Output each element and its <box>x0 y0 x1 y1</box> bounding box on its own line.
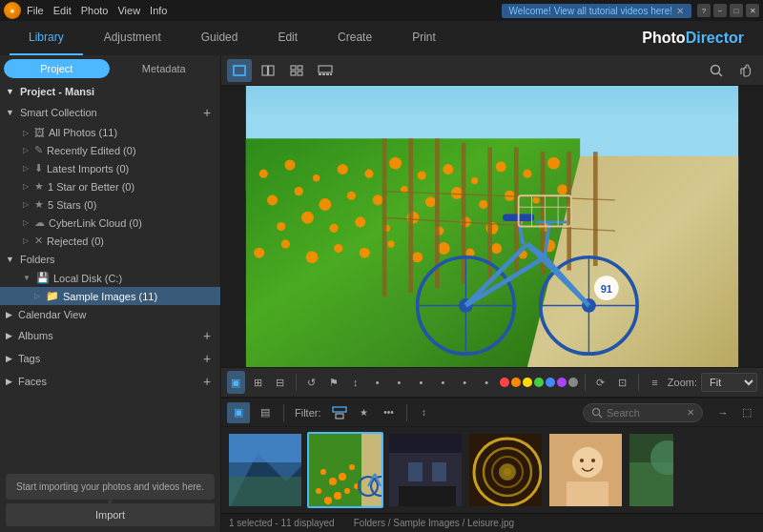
folders-header[interactable]: ▼ Folders <box>0 250 220 269</box>
sample-images-label: Sample Images (11) <box>63 291 157 302</box>
dot-btn5[interactable]: • <box>456 371 474 394</box>
tags-chevron: ▶ <box>6 354 12 363</box>
color-purple[interactable] <box>557 378 567 387</box>
hand-icon <box>739 64 752 77</box>
color-blue[interactable] <box>546 378 555 387</box>
view-mode-single[interactable]: ▣ <box>227 371 245 394</box>
faces-header[interactable]: ▶ Faces + <box>0 370 220 393</box>
color-orange[interactable] <box>511 378 521 387</box>
folder-local-disk[interactable]: ▼ 💾 Local Disk (C:) <box>0 269 220 287</box>
thumbnails-strip[interactable] <box>221 427 763 513</box>
view-compare-btn[interactable] <box>256 59 280 82</box>
dot-btn[interactable]: • <box>368 371 386 394</box>
color-red[interactable] <box>500 378 509 387</box>
faces-add-button[interactable]: + <box>199 374 215 389</box>
zoom-select[interactable]: Fit 25% 50% 100% 200% <box>701 373 757 392</box>
folder-sample-images[interactable]: ▷ 📁 Sample Images (11) <box>0 287 220 305</box>
svg-point-25 <box>418 171 426 179</box>
filmstrip-search-input[interactable] <box>607 407 683 419</box>
collection-latest-imports[interactable]: ▷ ⬇ Latest Imports (0) <box>0 159 220 177</box>
menu-file[interactable]: File <box>27 5 44 16</box>
calendar-view-header[interactable]: ▶ Calendar View <box>0 305 220 324</box>
filter-star-btn[interactable]: ★ <box>354 403 375 422</box>
filmstrip-view-list[interactable]: ▤ <box>254 402 277 423</box>
flag-button[interactable]: ⚑ <box>324 371 342 394</box>
thumbnail-1[interactable] <box>227 432 303 508</box>
color-gray[interactable] <box>568 378 578 387</box>
notification-bar[interactable]: Welcome! View all tutorial videos here! … <box>502 4 691 18</box>
svg-point-63 <box>491 243 502 254</box>
search-box[interactable]: ✕ <box>583 403 703 422</box>
view-filmstrip-btn[interactable] <box>313 59 338 82</box>
search-button[interactable] <box>704 59 729 82</box>
tags-add-button[interactable]: + <box>199 351 215 366</box>
tags-header[interactable]: ▶ Tags + <box>0 347 220 370</box>
smart-collection-label: Smart Collection <box>20 107 97 118</box>
collection-1star[interactable]: ▷ ★ 1 Star or Better (0) <box>0 177 220 195</box>
albums-add-button[interactable]: + <box>199 328 215 343</box>
menu-info[interactable]: Info <box>150 5 167 16</box>
hand-tool-button[interactable] <box>732 59 757 82</box>
thumbnail-2[interactable] <box>307 432 383 508</box>
collection-rejected[interactable]: ▷ ✕ Rejected (0) <box>0 232 220 250</box>
menu-edit[interactable]: Edit <box>53 5 72 16</box>
thumbnail-5[interactable] <box>547 432 624 508</box>
window-controls: ? − □ ✕ <box>697 4 759 17</box>
svg-point-20 <box>284 159 295 170</box>
filmstrip-view-filmstrip[interactable]: ▣ <box>227 402 250 423</box>
view-mode-grid[interactable]: ⊟ <box>271 371 289 394</box>
view-single-btn[interactable] <box>227 59 252 82</box>
thumbnail-4[interactable] <box>467 432 544 508</box>
tab-edit[interactable]: Edit <box>258 21 317 55</box>
collection-cyberlink-cloud[interactable]: ▷ ☁ CyberLink Cloud (0) <box>0 214 220 232</box>
thumbnail-6[interactable] <box>628 432 675 508</box>
sort-button[interactable]: ↕ <box>346 371 364 394</box>
maximize-button[interactable]: □ <box>730 4 743 17</box>
filter-all-btn[interactable] <box>329 403 350 422</box>
sync-button[interactable]: ⟳ <box>591 371 609 394</box>
menu-view[interactable]: View <box>117 5 140 16</box>
color-yellow[interactable] <box>523 378 532 387</box>
filter-more-btn[interactable]: ••• <box>379 403 400 422</box>
color-green[interactable] <box>534 378 544 387</box>
folders-chevron: ▼ <box>6 255 14 264</box>
close-button[interactable]: ✕ <box>746 4 759 17</box>
dot-btn6[interactable]: • <box>478 371 496 394</box>
collection-all-photos[interactable]: ▷ 🖼 All Photos (11) <box>0 124 220 141</box>
tab-create[interactable]: Create <box>319 21 391 55</box>
view-mode-compare[interactable]: ⊞ <box>249 371 267 394</box>
tab-library[interactable]: Library <box>10 21 83 55</box>
search-clear-button[interactable]: ✕ <box>687 407 694 418</box>
export-button[interactable]: → <box>712 403 733 422</box>
dot-btn4[interactable]: • <box>434 371 452 394</box>
image-view[interactable]: 91 <box>221 86 763 367</box>
copy-button[interactable]: ⊡ <box>613 371 631 394</box>
share-button[interactable]: ⬚ <box>736 403 757 422</box>
minimize-button[interactable]: − <box>713 4 727 17</box>
rotate-left-button[interactable]: ↺ <box>302 371 320 394</box>
dot-btn3[interactable]: • <box>412 371 430 394</box>
filmstrip-toolbar: ▣ ▤ Filter: ★ ••• ↕ <box>221 399 763 427</box>
thumbnail-3[interactable] <box>387 432 464 508</box>
title-bar-right: Welcome! View all tutorial videos here! … <box>502 4 759 18</box>
sort-order-btn[interactable]: ↕ <box>414 403 435 422</box>
tab-guided[interactable]: Guided <box>182 21 258 55</box>
mode-bar: Library Adjustment Guided Edit Create Pr… <box>0 21 763 55</box>
menu-photo[interactable]: Photo <box>81 5 109 16</box>
tab-project[interactable]: Project <box>4 59 110 78</box>
view-grid-btn[interactable] <box>284 59 309 82</box>
sidebar-scroll[interactable]: ▼ Project - Mansi ▼ Smart Collection + ▷… <box>0 82 220 468</box>
collection-5stars[interactable]: ▷ ★ 5 Stars (0) <box>0 195 220 214</box>
notification-close[interactable]: ✕ <box>676 6 684 16</box>
tab-metadata[interactable]: Metadata <box>112 59 217 78</box>
tab-adjustment[interactable]: Adjustment <box>85 21 180 55</box>
project-header[interactable]: ▼ Project - Mansi <box>0 82 220 101</box>
smart-collection-add-button[interactable]: + <box>199 105 215 120</box>
menu-button[interactable]: ≡ <box>646 371 664 394</box>
help-button[interactable]: ? <box>697 4 711 17</box>
albums-header[interactable]: ▶ Albums + <box>0 324 220 347</box>
collection-recently-edited[interactable]: ▷ ✎ Recently Edited (0) <box>0 141 220 159</box>
smart-collection-header[interactable]: ▼ Smart Collection + <box>0 101 220 124</box>
dot-btn2[interactable]: • <box>390 371 408 394</box>
tab-print[interactable]: Print <box>393 21 455 55</box>
